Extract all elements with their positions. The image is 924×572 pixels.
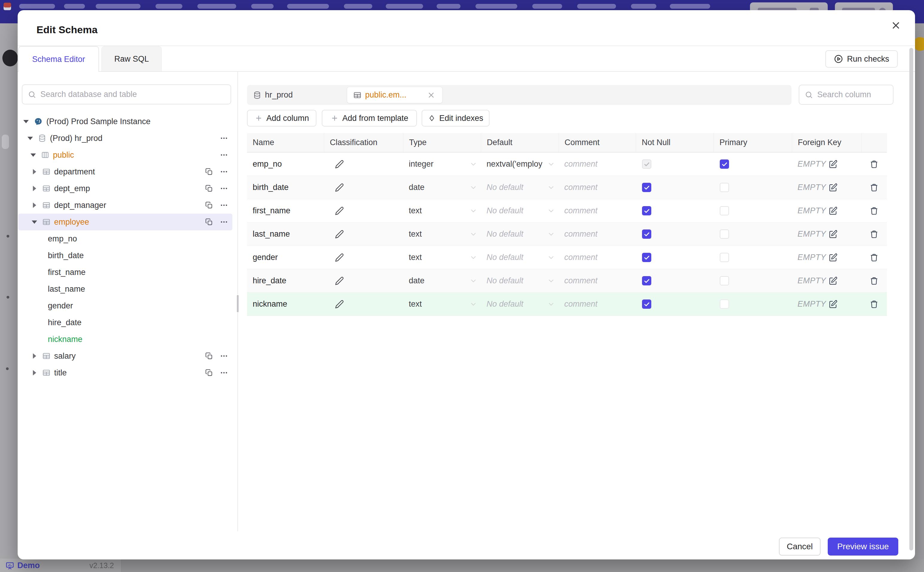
caret-down-icon[interactable] — [27, 137, 33, 140]
comment-input[interactable]: comment — [564, 276, 597, 285]
foreign-key-cell[interactable]: EMPTY — [792, 269, 861, 292]
classification-pencil-icon[interactable] — [335, 277, 344, 285]
demo-link[interactable]: Demo — [5, 561, 40, 570]
caret-right-icon[interactable] — [31, 370, 37, 375]
caret-right-icon[interactable] — [31, 186, 37, 191]
primary-checkbox[interactable] — [720, 183, 729, 192]
edit-foreign-key-icon[interactable] — [829, 230, 837, 239]
primary-checkbox[interactable] — [720, 276, 729, 285]
add-from-template-button[interactable]: Add from template — [322, 110, 417, 127]
more-menu-icon[interactable] — [220, 218, 228, 226]
close-tab-icon[interactable] — [427, 91, 435, 99]
delete-column-icon[interactable] — [870, 277, 879, 285]
type-select[interactable]: date — [403, 176, 481, 199]
not-null-checkbox[interactable] — [642, 276, 651, 285]
delete-column-icon[interactable] — [870, 230, 879, 239]
dialog-scrollbar[interactable] — [909, 48, 913, 550]
caret-right-icon[interactable] — [31, 353, 37, 359]
type-select[interactable]: text — [403, 222, 481, 246]
type-select[interactable]: text — [403, 292, 481, 316]
default-select[interactable]: No default — [481, 222, 558, 246]
comment-input[interactable]: comment — [564, 206, 597, 215]
more-menu-icon[interactable] — [220, 201, 228, 210]
foreign-key-cell[interactable]: EMPTY — [792, 246, 861, 269]
type-select[interactable]: text — [403, 199, 481, 222]
classification-pencil-icon[interactable] — [335, 160, 344, 169]
run-checks-button[interactable]: Run checks — [825, 50, 898, 68]
default-select[interactable]: No default — [481, 176, 558, 199]
tree-item-table-dept-emp[interactable]: dept_emp — [18, 180, 233, 197]
tree-item-column-hire-date[interactable]: hire_date — [18, 314, 233, 331]
tree-item-table-title[interactable]: title — [18, 364, 233, 381]
edit-foreign-key-icon[interactable] — [829, 253, 837, 262]
delete-column-icon[interactable] — [870, 160, 879, 169]
tree-item-column-first-name[interactable]: first_name — [18, 264, 233, 281]
delete-column-icon[interactable] — [870, 207, 879, 215]
tree-item-column-birth-date[interactable]: birth_date — [18, 247, 233, 264]
tree-item-table-salary[interactable]: salary — [18, 348, 233, 364]
close-icon[interactable] — [890, 19, 902, 32]
tab-schema-editor[interactable]: Schema Editor — [18, 46, 99, 72]
primary-checkbox[interactable] — [720, 206, 729, 215]
delete-column-icon[interactable] — [870, 183, 879, 192]
tree-item-column-last-name[interactable]: last_name — [18, 281, 233, 297]
preview-issue-button[interactable]: Preview issue — [828, 538, 898, 556]
type-select[interactable]: integer — [403, 152, 481, 176]
tree-item-column-nickname[interactable]: nickname — [18, 331, 233, 348]
default-select[interactable]: No default — [481, 246, 558, 269]
not-null-checkbox[interactable] — [642, 230, 651, 239]
default-select[interactable]: No default — [481, 292, 558, 316]
copy-icon[interactable] — [205, 168, 213, 176]
caret-down-icon[interactable] — [30, 154, 36, 157]
primary-checkbox[interactable] — [720, 253, 729, 262]
more-menu-icon[interactable] — [220, 368, 228, 377]
classification-pencil-icon[interactable] — [335, 207, 344, 215]
foreign-key-cell[interactable]: EMPTY — [792, 292, 861, 316]
not-null-checkbox[interactable] — [642, 253, 651, 262]
comment-input[interactable]: comment — [564, 159, 597, 169]
classification-pencil-icon[interactable] — [335, 183, 344, 192]
cancel-button[interactable]: Cancel — [779, 538, 820, 556]
copy-icon[interactable] — [205, 368, 213, 377]
comment-input[interactable]: comment — [564, 183, 597, 192]
database-search-input[interactable] — [40, 90, 225, 99]
caret-down-icon[interactable] — [23, 120, 29, 123]
classification-pencil-icon[interactable] — [335, 253, 344, 262]
type-select[interactable]: text — [403, 246, 481, 269]
more-menu-icon[interactable] — [220, 168, 228, 176]
primary-checkbox[interactable] — [720, 300, 729, 309]
type-select[interactable]: date — [403, 269, 481, 292]
edit-foreign-key-icon[interactable] — [829, 160, 837, 169]
foreign-key-cell[interactable]: EMPTY — [792, 222, 861, 246]
edit-foreign-key-icon[interactable] — [829, 300, 837, 309]
comment-input[interactable]: comment — [564, 300, 597, 309]
not-null-checkbox[interactable] — [642, 300, 651, 309]
not-null-checkbox[interactable] — [642, 206, 651, 215]
tree-item-column-emp-no[interactable]: emp_no — [18, 230, 233, 247]
not-null-checkbox[interactable] — [642, 183, 651, 192]
copy-icon[interactable] — [205, 201, 213, 210]
tree-item-database[interactable]: (Prod) hr_prod — [18, 130, 233, 146]
classification-pencil-icon[interactable] — [335, 300, 344, 309]
add-column-button[interactable]: Add column — [247, 110, 316, 127]
copy-icon[interactable] — [205, 184, 213, 193]
delete-column-icon[interactable] — [870, 253, 879, 262]
comment-input[interactable]: comment — [564, 230, 597, 239]
more-menu-icon[interactable] — [220, 134, 228, 142]
primary-checkbox[interactable] — [720, 159, 729, 169]
foreign-key-cell[interactable]: EMPTY — [792, 199, 861, 222]
delete-column-icon[interactable] — [870, 300, 879, 309]
default-select[interactable]: No default — [481, 269, 558, 292]
more-menu-icon[interactable] — [220, 184, 228, 193]
caret-right-icon[interactable] — [31, 169, 37, 174]
edit-foreign-key-icon[interactable] — [829, 277, 837, 285]
primary-checkbox[interactable] — [720, 230, 729, 239]
edit-foreign-key-icon[interactable] — [829, 183, 837, 192]
edit-indexes-button[interactable]: Edit indexes — [422, 110, 490, 127]
tree-item-table-employee[interactable]: employee — [18, 214, 233, 230]
tree-item-table-dept-manager[interactable]: dept_manager — [18, 197, 233, 214]
more-menu-icon[interactable] — [220, 352, 228, 360]
tree-item-column-gender[interactable]: gender — [18, 297, 233, 314]
default-select[interactable]: nextval('employ — [481, 152, 558, 176]
foreign-key-cell[interactable]: EMPTY — [792, 176, 861, 199]
